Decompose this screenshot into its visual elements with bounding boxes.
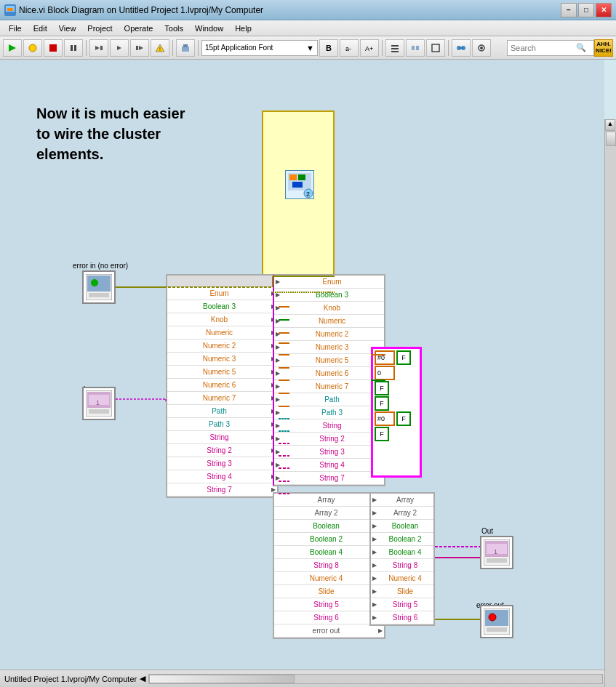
cluster-control[interactable]: #0 F 0 F F #0 F F <box>371 347 422 478</box>
out-control[interactable]: 1 <box>480 536 513 569</box>
row-item: ▶String <box>274 419 384 433</box>
font-bold-button[interactable]: B <box>319 39 338 57</box>
row-item: Numeric 4▶ <box>274 572 384 585</box>
search-input[interactable] <box>511 44 576 52</box>
menu-operate[interactable]: Operate <box>119 20 159 36</box>
row-item: ▶String 4 <box>274 459 384 472</box>
menu-project[interactable]: Project <box>81 20 118 36</box>
row-item: ▶Knob <box>274 302 384 315</box>
row-label: Numeric 2 <box>280 330 384 338</box>
row-label: Boolean 2 <box>377 535 433 543</box>
row-item: ▶Numeric 2 <box>274 328 384 341</box>
close-button[interactable]: ✕ <box>596 3 612 17</box>
svg-rect-22 <box>412 46 415 50</box>
right-scrollbar[interactable]: ▲ ▼ <box>604 119 616 687</box>
svg-text:1: 1 <box>96 399 100 406</box>
row-item: Path▶ <box>167 405 277 418</box>
svg-rect-6 <box>71 45 73 51</box>
row-label: Numeric 6 <box>280 369 384 377</box>
row-label: String 2 <box>167 446 271 454</box>
canvas-area[interactable]: Now it is much easier to wire the cluste… <box>0 60 604 670</box>
menu-view[interactable]: View <box>53 20 82 36</box>
row-label: Array <box>377 496 433 504</box>
network-button[interactable] <box>452 39 471 57</box>
row-label: Enum <box>167 289 271 297</box>
row-item: ▶Boolean 4 <box>371 546 433 559</box>
row-item: ▶Path <box>274 393 384 406</box>
row-item: String 4▶ <box>167 470 277 483</box>
menu-tools[interactable]: Tools <box>159 20 189 36</box>
search-field[interactable]: 🔍 <box>507 40 594 56</box>
svg-rect-38 <box>87 276 111 292</box>
row-label: String 3 <box>167 459 271 467</box>
row-item: Boolean▶ <box>274 520 384 533</box>
row-item: ▶Path 3 <box>274 406 384 419</box>
distribute-button[interactable] <box>406 39 425 57</box>
row-item: ▶String 2 <box>274 433 384 446</box>
row-label: Knob <box>167 316 271 324</box>
svg-rect-15 <box>182 47 189 52</box>
svg-marker-8 <box>95 46 100 50</box>
scroll-up-button[interactable]: ▲ <box>605 119 615 131</box>
menu-window[interactable]: Window <box>189 20 229 36</box>
clean-button[interactable] <box>176 39 195 57</box>
menu-file[interactable]: File <box>3 20 28 36</box>
resize-button[interactable] <box>426 39 445 57</box>
row-item: ▶Numeric 3 <box>274 341 384 354</box>
svg-rect-49 <box>487 558 507 563</box>
scrollbar-thumb[interactable] <box>606 132 616 146</box>
row-label: Numeric 7 <box>167 394 271 402</box>
svg-rect-24 <box>432 44 439 52</box>
row-item: ▶String 6 <box>371 611 433 624</box>
separator-2 <box>172 40 173 56</box>
in-control[interactable]: 1 <box>82 387 116 420</box>
help-button[interactable]: AHH.NICE! <box>594 39 613 57</box>
row-label: String 5 <box>274 600 378 608</box>
row-label: Slide <box>274 587 378 595</box>
svg-point-53 <box>489 614 496 621</box>
maximize-button[interactable]: □ <box>578 3 594 17</box>
row-item: Enum▶ <box>167 287 277 300</box>
row-item: ▶String 5 <box>371 598 433 611</box>
font-size-decrease[interactable]: a- <box>340 39 359 57</box>
error-out-control[interactable] <box>480 605 513 638</box>
row-item: ▶Numeric <box>274 315 384 328</box>
row-label: Boolean 4 <box>274 548 378 556</box>
step-out-button[interactable] <box>130 39 149 57</box>
font-size-increase[interactable]: A+ <box>360 39 379 57</box>
pause-button[interactable] <box>64 39 83 57</box>
bundle-by-name-box: ▶Enum▶Boolean 3▶Knob▶Numeric▶Numeric 2▶N… <box>273 274 385 486</box>
svg-point-39 <box>91 279 98 286</box>
align-button[interactable] <box>385 39 404 57</box>
horizontal-thumb[interactable] <box>149 675 295 683</box>
subvi-icon[interactable]: 2 <box>285 170 314 201</box>
error-in-control[interactable] <box>82 270 116 304</box>
diagram-content: Now it is much easier to wire the cluste… <box>0 60 596 670</box>
horizontal-scrollbar[interactable] <box>148 674 603 684</box>
step-over-button[interactable] <box>110 39 129 57</box>
row-item: Boolean 4▶ <box>274 546 384 559</box>
font-selector[interactable]: 15pt Application Font ▼ <box>201 40 318 56</box>
menu-edit[interactable]: Edit <box>28 20 53 36</box>
row-label: Array 2 <box>377 509 433 517</box>
row-label: Numeric 4 <box>274 574 378 582</box>
highlight-button[interactable] <box>23 39 42 57</box>
warn-button[interactable]: ! <box>151 39 169 57</box>
row-label: String 8 <box>377 561 433 569</box>
abort-button[interactable] <box>44 39 63 57</box>
status-arrow-icon: ◀ <box>140 674 145 683</box>
settings-button[interactable] <box>472 39 491 57</box>
row-label: Numeric 2 <box>167 342 271 350</box>
row-item: Boolean 3▶ <box>167 300 277 313</box>
run-button[interactable] <box>3 39 22 57</box>
row-label: Enum <box>280 278 384 286</box>
menu-help[interactable]: Help <box>229 20 257 36</box>
array-section-left: Array▶Array 2▶Boolean▶Boolean 2▶Boolean … <box>273 492 385 639</box>
step-into-button[interactable] <box>89 39 108 57</box>
row-label: String 2 <box>280 435 384 443</box>
row-item: Path 3▶ <box>167 418 277 431</box>
svg-rect-23 <box>416 46 419 50</box>
row-item: Array 2▶ <box>274 507 384 520</box>
row-item: ▶Boolean <box>371 520 433 533</box>
minimize-button[interactable]: − <box>561 3 577 17</box>
